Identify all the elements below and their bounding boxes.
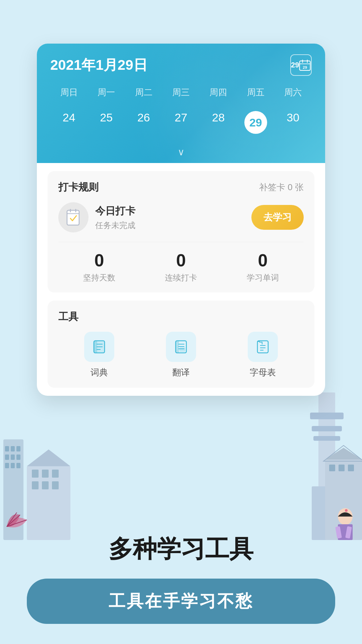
- svg-rect-16: [42, 481, 49, 489]
- svg-rect-26: [325, 460, 362, 540]
- stat-words-learned: 0 学习单词: [247, 252, 279, 283]
- main-card: 2021年1月29日 29 周日 周一 周二 周三 周四 周五 周六 24: [37, 44, 325, 396]
- bottom-cta-button[interactable]: 工具在手学习不愁: [27, 579, 335, 624]
- stat-value-0: 0: [95, 252, 104, 269]
- tool-label-dict: 词典: [90, 367, 108, 378]
- svg-text:29: 29: [303, 65, 307, 69]
- stats-row: 0 坚持天数 0 连续打卡 0 学习单词: [58, 242, 304, 283]
- stat-label-1: 连续打卡: [165, 272, 197, 283]
- date-30[interactable]: 30: [275, 106, 312, 139]
- tools-grid: 词典 翻译: [58, 332, 304, 378]
- dates-row: 24 25 26 27 28 29 30: [50, 106, 312, 139]
- svg-rect-57: [180, 347, 185, 352]
- svg-line-20: [7, 513, 17, 527]
- tools-section: 工具 词典: [48, 301, 314, 388]
- bottom-section: 多种学习工具 工具在手学习不愁: [0, 533, 362, 624]
- svg-line-19: [7, 515, 20, 527]
- calendar-expand-arrow[interactable]: ∨: [50, 143, 312, 163]
- svg-marker-27: [325, 448, 362, 460]
- svg-marker-28: [323, 445, 362, 461]
- svg-line-18: [7, 520, 27, 527]
- tool-alphabet[interactable]: 字母表: [248, 332, 278, 378]
- weekday-fri: 周五: [237, 84, 274, 101]
- svg-point-32: [338, 508, 353, 525]
- svg-rect-17: [52, 481, 59, 489]
- svg-rect-4: [5, 454, 9, 460]
- tool-icon-wrap-trans: [166, 332, 196, 362]
- calendar-header: 2021年1月29日 29 周日 周一 周二 周三 周四 周五 周六 24: [37, 44, 325, 163]
- weekday-tue: 周二: [125, 84, 162, 101]
- svg-rect-6: [16, 454, 20, 460]
- svg-rect-25: [313, 436, 340, 441]
- checkin-sub-text: 任务未完成: [95, 220, 251, 231]
- weekdays-row: 周日 周一 周二 周三 周四 周五 周六: [50, 84, 312, 101]
- tools-title: 工具: [58, 310, 78, 324]
- svg-rect-10: [27, 466, 70, 540]
- svg-rect-1: [5, 446, 9, 451]
- svg-rect-5: [11, 454, 15, 460]
- tool-label-alpha: 字母表: [250, 367, 276, 378]
- checkin-icon-wrap: [58, 202, 88, 232]
- svg-rect-9: [16, 463, 20, 468]
- checkin-text: 今日打卡 任务未完成: [95, 204, 251, 231]
- tool-icon-wrap-dict: [84, 332, 114, 362]
- date-24[interactable]: 24: [50, 106, 87, 139]
- svg-rect-7: [5, 463, 9, 468]
- weekday-sat: 周六: [275, 84, 312, 101]
- svg-rect-15: [32, 481, 39, 489]
- stat-persist-days: 0 坚持天数: [83, 252, 115, 283]
- bottom-title: 多种学习工具: [27, 533, 335, 565]
- card-body: 打卡规则 补签卡 0 张 今日打卡 任务未完成 去学: [37, 163, 325, 396]
- svg-rect-12: [32, 470, 39, 478]
- study-button[interactable]: 去学习: [251, 205, 304, 230]
- tool-icon-wrap-alpha: [248, 332, 278, 362]
- svg-rect-24: [312, 426, 342, 431]
- svg-rect-21: [318, 392, 335, 493]
- stat-label-0: 坚持天数: [83, 272, 115, 283]
- svg-rect-58: [257, 341, 268, 353]
- date-28[interactable]: 28: [200, 106, 237, 139]
- svg-rect-22: [312, 486, 342, 540]
- calendar-icon[interactable]: 29: [290, 54, 312, 76]
- date-29-active[interactable]: 29: [237, 106, 274, 139]
- svg-rect-8: [11, 463, 15, 468]
- svg-rect-13: [42, 470, 49, 478]
- weekday-mon: 周一: [87, 84, 125, 101]
- date-26[interactable]: 26: [125, 106, 162, 139]
- checkin-section: 打卡规则 补签卡 0 张 今日打卡 任务未完成 去学: [48, 171, 314, 292]
- svg-rect-14: [52, 470, 59, 478]
- calendar-title: 2021年1月29日: [50, 56, 147, 74]
- svg-rect-2: [11, 446, 15, 451]
- svg-rect-3: [16, 446, 20, 451]
- checkin-rules-title: 打卡规则: [58, 180, 99, 194]
- stat-value-2: 0: [258, 252, 268, 269]
- svg-marker-11: [27, 449, 70, 466]
- stat-label-2: 学习单词: [247, 272, 279, 283]
- svg-rect-29: [329, 465, 335, 471]
- date-27[interactable]: 27: [162, 106, 199, 139]
- tool-label-trans: 翻译: [172, 367, 190, 378]
- svg-point-36: [345, 509, 348, 512]
- weekday-sun: 周日: [50, 84, 87, 101]
- supplement-info: 补签卡 0 张: [259, 181, 304, 193]
- svg-rect-23: [310, 413, 344, 419]
- svg-rect-31: [348, 465, 354, 471]
- tool-dictionary[interactable]: 词典: [84, 332, 114, 378]
- svg-rect-42: [67, 210, 79, 225]
- stat-value-1: 0: [176, 252, 186, 269]
- weekday-wed: 周三: [162, 84, 199, 101]
- svg-rect-30: [339, 465, 345, 471]
- svg-rect-0: [3, 439, 23, 540]
- tool-translate[interactable]: 翻译: [166, 332, 196, 378]
- checkin-today-title: 今日打卡: [95, 204, 251, 218]
- stat-consecutive-checkin: 0 连续打卡: [165, 252, 197, 283]
- date-25[interactable]: 25: [87, 106, 125, 139]
- weekday-thu: 周四: [200, 84, 237, 101]
